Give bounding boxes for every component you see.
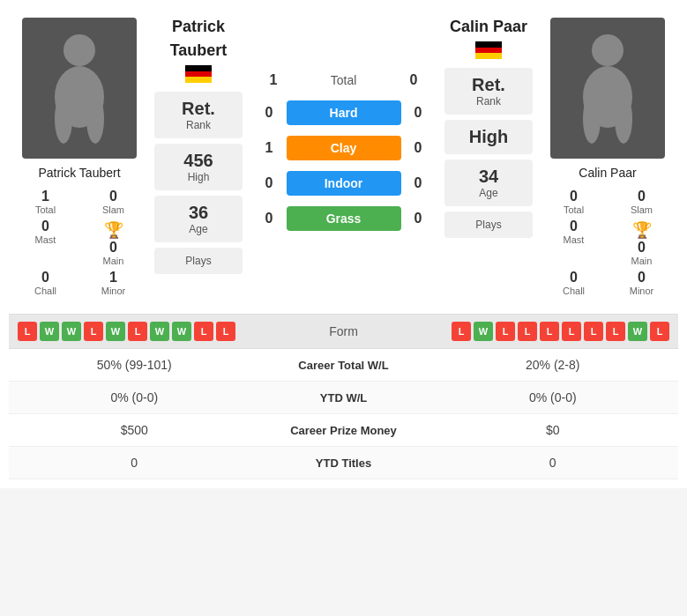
ytd-titles-right: 0 bbox=[441, 456, 666, 470]
player2-chall-label: Chall bbox=[563, 286, 585, 296]
player2-name: Calin Paar bbox=[579, 166, 636, 180]
svg-rect-9 bbox=[475, 53, 502, 59]
player1-total-stat: 1 Total bbox=[13, 189, 78, 215]
form-badge-w: W bbox=[62, 322, 81, 341]
career-wl-label: Career Total W/L bbox=[247, 359, 441, 372]
indoor-score-left: 0 bbox=[256, 175, 282, 191]
player1-age-value: 36 bbox=[159, 203, 238, 223]
svg-rect-6 bbox=[185, 77, 212, 83]
player2-plays-label: Plays bbox=[449, 219, 528, 231]
ytd-titles-row: 0 YTD Titles 0 bbox=[9, 447, 678, 479]
form-badge-l: L bbox=[194, 322, 213, 341]
svg-rect-5 bbox=[185, 71, 212, 77]
player1-silhouette bbox=[44, 31, 115, 145]
player1-total-label: Total bbox=[35, 204, 56, 215]
player1-high-box: 456 High bbox=[154, 144, 243, 190]
prize-money-label: Career Prize Money bbox=[247, 424, 441, 437]
player2-total-label: Total bbox=[564, 204, 584, 215]
player1-flag bbox=[185, 65, 212, 83]
player2-mast-label: Mast bbox=[564, 234, 585, 245]
grass-row: 0 Grass 0 bbox=[256, 206, 431, 231]
ytd-titles-label: YTD Titles bbox=[247, 456, 441, 470]
form-badge-w: W bbox=[150, 322, 169, 341]
player1-stats-grid: 1 Total 0 Slam 0 Mast 🏆 0 Main 0 bbox=[13, 189, 146, 296]
form-badge-l: L bbox=[518, 322, 537, 341]
svg-point-13 bbox=[615, 94, 632, 144]
form-badge-l: L bbox=[216, 322, 235, 341]
form-badge-l: L bbox=[540, 322, 559, 341]
player2-plays-box: Plays bbox=[444, 212, 533, 238]
form-badge-l: L bbox=[606, 322, 625, 341]
svg-rect-8 bbox=[475, 48, 502, 53]
hard-badge: Hard bbox=[287, 100, 401, 125]
player1-rank-value: Ret. bbox=[159, 99, 238, 119]
player1-mast-label: Mast bbox=[35, 234, 56, 245]
svg-point-0 bbox=[63, 34, 95, 66]
clay-score-right: 0 bbox=[405, 140, 431, 156]
player2-chall-value: 0 bbox=[570, 270, 578, 286]
player1-rank-box: Ret. Rank bbox=[154, 92, 243, 138]
clay-row: 1 Clay 0 bbox=[256, 136, 431, 160]
player2-chall-stat: 0 Chall bbox=[541, 270, 606, 296]
total-row: 1 Total 0 bbox=[256, 72, 431, 88]
form-badge-w: W bbox=[172, 322, 191, 341]
total-label: Total bbox=[287, 73, 400, 87]
player1-photo bbox=[22, 18, 137, 159]
prize-money-row: $500 Career Prize Money $0 bbox=[9, 414, 678, 447]
indoor-score-right: 0 bbox=[405, 175, 431, 191]
player2-age-label: Age bbox=[449, 187, 528, 199]
player1-plays-label: Plays bbox=[159, 255, 238, 267]
form-badge-l: L bbox=[84, 322, 103, 341]
player1-card: Patrick Taubert 1 Total 0 Slam 0 Mast 🏆 … bbox=[9, 9, 150, 305]
player1-minor-label: Minor bbox=[101, 286, 126, 296]
prize-money-right: $0 bbox=[441, 423, 666, 437]
form-label: Form bbox=[235, 324, 452, 338]
player2-total-stat: 0 Total bbox=[541, 189, 606, 215]
player1-chall-stat: 0 Chall bbox=[13, 270, 78, 296]
player2-middle: Calin Paar Ret. Rank High 34 Age Plays bbox=[440, 9, 537, 305]
player2-minor-stat: 0 Minor bbox=[609, 270, 674, 296]
player2-age-value: 34 bbox=[449, 167, 528, 187]
player1-minor-value: 1 bbox=[109, 270, 117, 286]
career-wl-row: 50% (99-101) Career Total W/L 20% (2-8) bbox=[9, 349, 678, 382]
form-badge-l: L bbox=[584, 322, 603, 341]
ytd-wl-row: 0% (0-0) YTD W/L 0% (0-0) bbox=[9, 382, 678, 414]
grass-badge: Grass bbox=[287, 206, 401, 231]
form-badge-l: L bbox=[496, 322, 515, 341]
player2-name-top: Calin Paar bbox=[450, 18, 527, 36]
player1-main-value: 0 bbox=[109, 240, 117, 256]
ytd-titles-left: 0 bbox=[22, 456, 247, 470]
player2-silhouette bbox=[572, 31, 643, 145]
player1-name-line1: Patrick bbox=[172, 18, 225, 36]
player2-stats-grid: 0 Total 0 Slam 0 Mast 🏆 0 Main 0 bbox=[541, 189, 674, 296]
player1-chall-value: 0 bbox=[41, 270, 49, 286]
player2-rank-box: Ret. Rank bbox=[444, 68, 533, 115]
career-wl-left: 50% (99-101) bbox=[22, 358, 247, 372]
total-score-right: 0 bbox=[400, 72, 427, 88]
player2-main-label: Main bbox=[631, 256, 653, 266]
svg-point-12 bbox=[583, 94, 601, 144]
player1-name: Patrick Taubert bbox=[38, 166, 120, 180]
player1-main-label: Main bbox=[103, 256, 124, 266]
player2-total-value: 0 bbox=[570, 189, 578, 204]
player2-slam-stat: 0 Slam bbox=[609, 189, 674, 215]
player1-trophy: 🏆 0 Main bbox=[81, 219, 146, 266]
ytd-wl-label: YTD W/L bbox=[247, 391, 441, 404]
grass-score-right: 0 bbox=[405, 211, 431, 226]
player2-flag bbox=[475, 41, 502, 59]
hard-row: 0 Hard 0 bbox=[256, 100, 431, 125]
form-badge-l: L bbox=[128, 322, 147, 341]
player1-slam-label: Slam bbox=[102, 204, 124, 215]
ytd-wl-left: 0% (0-0) bbox=[22, 390, 247, 404]
career-wl-right: 20% (2-8) bbox=[441, 358, 666, 372]
clay-score-left: 1 bbox=[256, 140, 282, 156]
player2-mast-stat: 0 Mast bbox=[541, 219, 606, 266]
form-badge-l: L bbox=[18, 322, 37, 341]
comparison-section: Patrick Taubert 1 Total 0 Slam 0 Mast 🏆 … bbox=[9, 9, 678, 305]
player1-slam-stat: 0 Slam bbox=[81, 189, 146, 215]
player2-high-value: High bbox=[449, 127, 528, 147]
player2-rank-value: Ret. bbox=[449, 75, 528, 95]
player1-age-box: 36 Age bbox=[154, 196, 243, 242]
player2-mast-value: 0 bbox=[570, 219, 578, 234]
trophy-icon-2: 🏆 bbox=[632, 220, 652, 240]
